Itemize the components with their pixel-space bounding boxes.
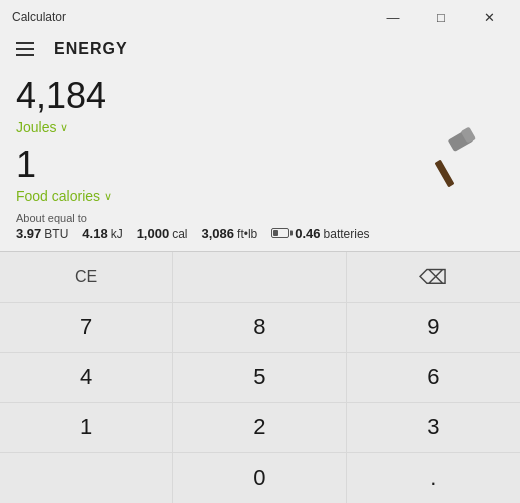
battery-value: 0.46 xyxy=(295,226,320,241)
calculator-window: Calculator — □ ✕ ENERGY 4,184 Joules ∨ 1… xyxy=(0,0,520,503)
conversions-row: 3.97 BTU 4.18 kJ 1,000 cal 3,086 ft•lb 0… xyxy=(16,226,504,241)
title-bar: Calculator — □ ✕ xyxy=(0,0,520,32)
svg-rect-0 xyxy=(434,160,454,188)
empty-top-mid-button xyxy=(173,252,346,302)
six-button[interactable]: 6 xyxy=(347,353,520,403)
ce-button[interactable]: CE xyxy=(0,252,173,302)
cal-value: 1,000 xyxy=(137,226,170,241)
hamburger-line xyxy=(16,54,34,56)
battery-fill xyxy=(273,230,278,236)
btu-value: 3.97 xyxy=(16,226,41,241)
conversion-battery: 0.46 batteries xyxy=(271,226,369,241)
cal-unit: cal xyxy=(172,227,187,241)
decimal-button[interactable]: . xyxy=(347,453,520,503)
ftlb-unit: ft•lb xyxy=(237,227,257,241)
eight-button[interactable]: 8 xyxy=(173,303,346,353)
maximize-button[interactable]: □ xyxy=(418,3,464,31)
close-button[interactable]: ✕ xyxy=(466,3,512,31)
battery-icon xyxy=(271,228,289,238)
kj-unit: kJ xyxy=(111,227,123,241)
app-header: ENERGY xyxy=(0,32,520,66)
hamburger-line xyxy=(16,48,34,50)
battery-unit: batteries xyxy=(324,227,370,241)
backspace-icon: ⌫ xyxy=(419,265,447,289)
hammer-illustration xyxy=(420,121,490,191)
one-button[interactable]: 1 xyxy=(0,403,173,453)
keypad-row-2: 4 5 6 xyxy=(0,353,520,403)
result-value: 4,184 xyxy=(16,74,504,117)
backspace-button[interactable]: ⌫ xyxy=(347,252,520,302)
zero-button[interactable]: 0 xyxy=(173,453,346,503)
to-unit-chevron-icon: ∨ xyxy=(60,121,68,134)
hamburger-line xyxy=(16,42,34,44)
keypad: CE ⌫ 7 8 9 4 5 6 1 2 3 0 . xyxy=(0,252,520,503)
hamburger-menu-button[interactable] xyxy=(12,38,38,60)
conversion-kj: 4.18 kJ xyxy=(82,226,122,241)
kj-value: 4.18 xyxy=(82,226,107,241)
seven-button[interactable]: 7 xyxy=(0,303,173,353)
conversion-cal: 1,000 cal xyxy=(137,226,188,241)
two-button[interactable]: 2 xyxy=(173,403,346,453)
empty-bottom-left-button xyxy=(0,453,173,503)
conversion-btu: 3.97 BTU xyxy=(16,226,68,241)
conversion-ftlb: 3,086 ft•lb xyxy=(202,226,258,241)
five-button[interactable]: 5 xyxy=(173,353,346,403)
nine-button[interactable]: 9 xyxy=(347,303,520,353)
about-equal-section: About equal to 3.97 BTU 4.18 kJ 1,000 ca… xyxy=(0,208,520,247)
app-title: ENERGY xyxy=(54,40,128,58)
from-unit-label: Food calories xyxy=(16,188,100,204)
from-unit-chevron-icon: ∨ xyxy=(104,190,112,203)
three-button[interactable]: 3 xyxy=(347,403,520,453)
window-title: Calculator xyxy=(12,10,66,24)
minimize-button[interactable]: — xyxy=(370,3,416,31)
keypad-row-1: 7 8 9 xyxy=(0,303,520,353)
display-area: 4,184 Joules ∨ 1 Food calories ∨ xyxy=(0,66,520,208)
keypad-row-3: 1 2 3 xyxy=(0,403,520,453)
about-equal-label: About equal to xyxy=(16,212,504,224)
window-controls: — □ ✕ xyxy=(370,3,512,31)
to-unit-label: Joules xyxy=(16,119,56,135)
keypad-row-4: 0 . xyxy=(0,453,520,503)
btu-unit: BTU xyxy=(44,227,68,241)
ftlb-value: 3,086 xyxy=(202,226,235,241)
four-button[interactable]: 4 xyxy=(0,353,173,403)
keypad-row-0: CE ⌫ xyxy=(0,252,520,302)
